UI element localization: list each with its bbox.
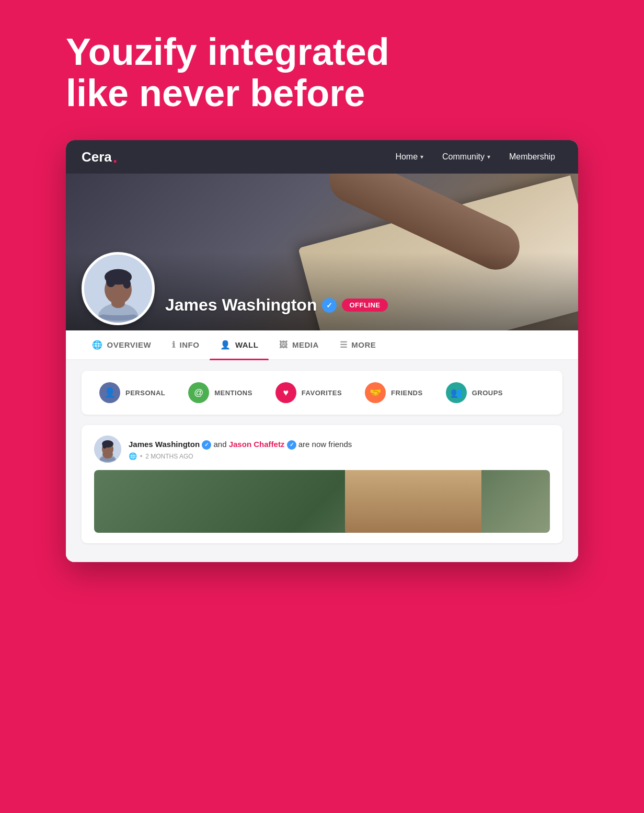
- sub-tab-groups[interactable]: 👥 GROUPS: [441, 379, 508, 406]
- tab-more[interactable]: ☰ MORE: [329, 330, 387, 359]
- sub-tab-personal[interactable]: 👤 PERSONAL: [94, 379, 170, 406]
- app-window: Cera . Home ▾ Community ▾ Membership: [66, 140, 578, 562]
- tab-media-label: MEDIA: [292, 340, 319, 349]
- activity-meta: 🌐 • 2 MONTHS AGO: [129, 452, 352, 460]
- nav-link-membership[interactable]: Membership: [502, 148, 562, 166]
- globe-small-icon: 🌐: [129, 452, 137, 460]
- tabs-bar: 🌐 OVERVIEW ℹ INFO 👤 WALL 🖼 MEDIA ☰ MORE: [66, 330, 578, 360]
- svg-point-8: [123, 279, 131, 289]
- globe-icon: 🌐: [92, 340, 103, 350]
- status-badge: OFFLINE: [342, 299, 387, 312]
- svg-point-16: [102, 443, 107, 449]
- profile-name: James Washington: [165, 295, 317, 315]
- nav-links: Home ▾ Community ▾ Membership: [388, 148, 562, 166]
- friends-label: FRIENDS: [391, 389, 423, 397]
- preview-figure: [345, 470, 482, 533]
- more-icon: ☰: [340, 340, 348, 350]
- tab-overview-label: OVERVIEW: [107, 340, 152, 349]
- sub-tab-mentions[interactable]: @ MENTIONS: [183, 379, 258, 406]
- media-icon: 🖼: [279, 340, 288, 350]
- favorites-icon: ♥: [275, 382, 296, 403]
- hero-text: Youzify integrated like never before: [66, 31, 578, 114]
- activity-avatar: [94, 436, 121, 463]
- activity-dot: •: [140, 453, 142, 460]
- chevron-down-icon: ▾: [487, 153, 490, 161]
- tab-wall-label: WALL: [235, 340, 259, 349]
- nav-logo-dot: .: [113, 147, 118, 167]
- svg-point-3: [99, 311, 137, 315]
- activity-conjunction: and: [213, 440, 228, 449]
- info-icon: ℹ: [172, 340, 176, 350]
- activity-header: James Washington ✓ and Jason Chaffetz ✓ …: [94, 436, 550, 463]
- activity-user: James Washington: [129, 440, 200, 449]
- nav-link-home[interactable]: Home ▾: [388, 148, 431, 166]
- activity-card: James Washington ✓ and Jason Chaffetz ✓ …: [82, 425, 562, 543]
- svg-point-9: [108, 269, 129, 281]
- groups-label: GROUPS: [472, 389, 503, 397]
- activity-time: 2 MONTHS AGO: [145, 453, 193, 460]
- avatar-svg: [84, 255, 152, 323]
- nav-logo: Cera .: [82, 147, 118, 167]
- tab-more-label: MORE: [351, 340, 376, 349]
- verified-icon: ✓: [322, 298, 337, 313]
- cover-photo: James Washington ✓ OFFLINE: [66, 174, 578, 330]
- tab-overview[interactable]: 🌐 OVERVIEW: [82, 330, 162, 359]
- page-wrapper: Youzify integrated like never before Cer…: [0, 0, 644, 813]
- tab-wall[interactable]: 👤 WALL: [210, 330, 269, 359]
- sub-tab-favorites[interactable]: ♥ FAVORITES: [270, 379, 347, 406]
- hero-line-2: like never before: [66, 72, 365, 114]
- activity-image-preview: [94, 470, 550, 533]
- activity-action: are now friends: [298, 440, 352, 449]
- profile-name-area: James Washington ✓ OFFLINE: [165, 295, 388, 320]
- nav-community-label: Community: [442, 152, 485, 162]
- tab-info-label: INFO: [180, 340, 200, 349]
- profile-section: James Washington ✓ OFFLINE: [66, 252, 578, 330]
- wall-content: 👤 PERSONAL @ MENTIONS ♥ FAVORITES 🤝 FRIE…: [66, 360, 578, 562]
- wall-icon: 👤: [220, 340, 231, 350]
- friends-icon: 🤝: [365, 382, 386, 403]
- groups-icon: 👥: [446, 382, 467, 403]
- hero-line-1: Youzify integrated: [66, 31, 389, 73]
- nav-logo-text: Cera: [82, 149, 112, 165]
- activity-friend: Jason Chaffetz: [229, 440, 285, 449]
- activity-avatar-svg: [94, 436, 121, 463]
- activity-text: James Washington ✓ and Jason Chaffetz ✓ …: [129, 439, 352, 451]
- user-verified-icon: ✓: [202, 440, 211, 450]
- friend-verified-icon: ✓: [287, 440, 296, 450]
- chevron-down-icon: ▾: [420, 153, 423, 161]
- sub-tabs: 👤 PERSONAL @ MENTIONS ♥ FAVORITES 🤝 FRIE…: [82, 371, 562, 415]
- mentions-label: MENTIONS: [214, 389, 252, 397]
- favorites-label: FAVORITES: [302, 389, 342, 397]
- personal-icon: 👤: [99, 382, 120, 403]
- nav-membership-label: Membership: [509, 152, 555, 162]
- mentions-icon: @: [188, 382, 209, 403]
- tab-media[interactable]: 🖼 MEDIA: [269, 331, 329, 359]
- personal-label: PERSONAL: [125, 389, 165, 397]
- tab-info[interactable]: ℹ INFO: [162, 330, 210, 359]
- activity-text-block: James Washington ✓ and Jason Chaffetz ✓ …: [129, 439, 352, 461]
- nav-home-label: Home: [395, 152, 418, 162]
- sub-tab-friends[interactable]: 🤝 FRIENDS: [360, 379, 428, 406]
- avatar: [82, 252, 155, 325]
- nav-link-community[interactable]: Community ▾: [435, 148, 498, 166]
- nav-bar: Cera . Home ▾ Community ▾ Membership: [66, 140, 578, 174]
